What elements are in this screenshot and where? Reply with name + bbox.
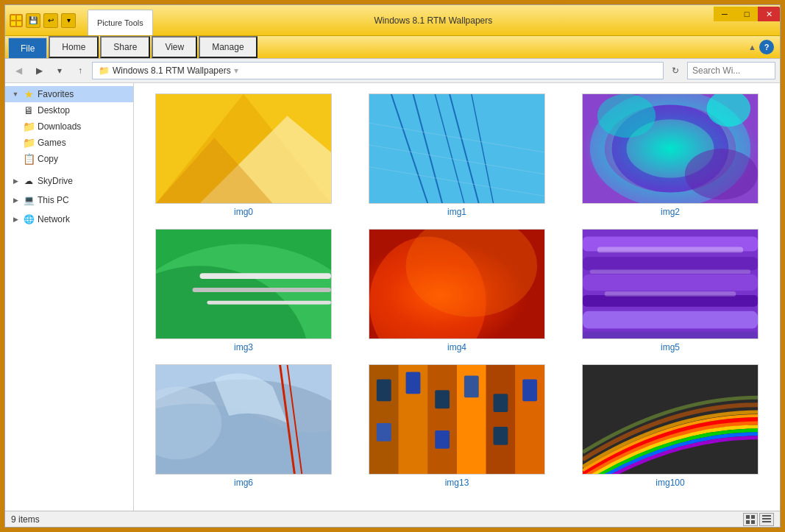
path-text: Windows 8.1 RTM Wallpapers — [113, 65, 231, 76]
network-icon: 🌐 — [23, 213, 35, 225]
maximize-button[interactable]: □ — [736, 7, 758, 21]
svg-rect-50 — [427, 365, 457, 475]
skydrive-label: SkyDrive — [38, 176, 73, 186]
file-thumb-img0 — [155, 93, 332, 204]
item-count: 9 items — [11, 514, 40, 525]
forward-button[interactable]: ▶ — [30, 63, 48, 79]
file-item-img13[interactable]: img13 — [358, 364, 556, 488]
svg-rect-70 — [762, 521, 771, 522]
sidebar-item-desktop[interactable]: 🖥 Desktop — [5, 102, 133, 118]
view-icons — [743, 513, 774, 526]
svg-rect-0 — [11, 15, 15, 20]
desktop-label: Desktop — [38, 105, 70, 116]
copy-label: Copy — [38, 154, 58, 164]
svg-rect-59 — [522, 379, 537, 401]
window-controls: ─ □ ✕ — [714, 5, 780, 35]
tab-file[interactable]: File — [8, 38, 47, 58]
search-box[interactable]: 🔍 — [687, 62, 775, 79]
svg-rect-67 — [751, 520, 755, 524]
svg-rect-69 — [762, 518, 771, 519]
sidebar-item-games[interactable]: 📁 Games — [5, 135, 133, 151]
skydrive-icon: ☁ — [23, 175, 35, 187]
tab-share[interactable]: Share — [100, 36, 150, 58]
address-path[interactable]: 📁 Windows 8.1 RTM Wallpapers ▾ — [92, 62, 664, 79]
file-thumb-img2 — [582, 93, 759, 204]
main-content: ▼ ★ Favorites 🖥 Desktop 📁 Downloads 📁 Ga… — [5, 83, 780, 511]
svg-rect-57 — [464, 376, 479, 398]
svg-rect-55 — [406, 372, 421, 394]
network-label: Network — [38, 214, 70, 224]
picture-tools-label: Picture Tools — [97, 18, 143, 27]
svg-rect-34 — [583, 257, 758, 270]
file-label-img3: img3 — [234, 342, 253, 352]
file-item-img6[interactable]: img6 — [144, 364, 343, 488]
file-item-img2[interactable]: img2 — [571, 93, 770, 217]
file-area: img0 — [134, 83, 780, 511]
file-item-img3[interactable]: img3 — [144, 229, 343, 352]
close-button[interactable]: ✕ — [758, 7, 780, 21]
sidebar-item-copy[interactable]: 📋 Copy — [5, 151, 133, 167]
file-label-img6: img6 — [234, 478, 253, 488]
large-icons-view-button[interactable] — [743, 513, 758, 526]
svg-rect-35 — [583, 274, 758, 291]
sidebar: ▼ ★ Favorites 🖥 Desktop 📁 Downloads 📁 Ga… — [5, 83, 134, 511]
file-item-img100[interactable]: img100 — [571, 364, 770, 488]
tab-manage[interactable]: Manage — [199, 36, 257, 58]
picture-tools-tab[interactable]: Picture Tools — [88, 10, 153, 35]
details-view-button[interactable] — [759, 513, 774, 526]
up-button[interactable]: ↑ — [71, 63, 89, 79]
address-bar: ◀ ▶ ▾ ↑ 📁 Windows 8.1 RTM Wallpapers ▾ ↻… — [5, 59, 780, 83]
file-item-img0[interactable]: img0 — [144, 93, 343, 217]
file-item-img1[interactable]: img1 — [358, 93, 556, 217]
tab-home[interactable]: Home — [49, 36, 99, 58]
file-thumb-img5 — [582, 229, 759, 339]
file-thumb-img3 — [155, 229, 332, 339]
help-button[interactable]: ? — [759, 40, 774, 54]
file-item-img4[interactable]: img4 — [358, 229, 556, 352]
sidebar-item-thispc[interactable]: ▶ 💻 This PC — [5, 192, 133, 208]
file-label-img13: img13 — [445, 478, 469, 488]
quick-access-dropdown[interactable]: ▾ — [61, 13, 76, 28]
svg-rect-68 — [762, 515, 771, 517]
file-grid: img0 — [141, 91, 772, 491]
refresh-button[interactable]: ↻ — [667, 63, 684, 79]
ribbon: File Home Share View Manage ▲ ? — [5, 36, 780, 59]
svg-point-21 — [685, 149, 758, 199]
back-button[interactable]: ◀ — [10, 63, 27, 79]
file-thumb-img13 — [369, 364, 545, 475]
quick-access-undo[interactable]: ↩ — [43, 13, 58, 28]
svg-rect-60 — [377, 423, 391, 441]
svg-rect-54 — [377, 379, 391, 401]
svg-rect-39 — [597, 247, 743, 252]
quick-access-save[interactable]: 💾 — [26, 13, 40, 28]
svg-rect-61 — [435, 430, 450, 449]
title-bar: 💾 ↩ ▾ Picture Tools Windows 8.1 RTM Wall… — [5, 5, 780, 36]
ribbon-collapse-btn[interactable]: ▲ — [748, 43, 756, 52]
games-label: Games — [38, 138, 66, 148]
window-title: Windows 8.1 RTM Wallpapers — [153, 5, 714, 35]
svg-rect-27 — [193, 288, 331, 292]
sidebar-item-skydrive[interactable]: ▶ ☁ SkyDrive — [5, 173, 133, 189]
games-icon: 📁 — [23, 137, 35, 149]
svg-rect-1 — [17, 15, 21, 20]
file-item-img5[interactable]: img5 — [571, 229, 770, 352]
svg-rect-66 — [746, 520, 750, 524]
network-expand-icon: ▶ — [11, 215, 20, 224]
svg-rect-38 — [583, 331, 758, 339]
file-label-img0: img0 — [234, 207, 253, 217]
thispc-icon: 💻 — [23, 194, 35, 206]
recent-locations-button[interactable]: ▾ — [51, 63, 68, 79]
tab-view[interactable]: View — [152, 36, 197, 58]
svg-rect-36 — [583, 295, 758, 307]
desktop-icon: 🖥 — [23, 104, 35, 116]
svg-rect-62 — [494, 427, 508, 445]
app-icon — [10, 14, 23, 27]
sidebar-item-downloads[interactable]: 📁 Downloads — [5, 118, 133, 135]
sidebar-item-network[interactable]: ▶ 🌐 Network — [5, 211, 133, 227]
address-dropdown-icon[interactable]: ▾ — [234, 65, 238, 76]
minimize-button[interactable]: ─ — [714, 7, 736, 21]
search-input[interactable] — [688, 65, 785, 76]
file-label-img5: img5 — [661, 342, 680, 352]
sidebar-item-favorites[interactable]: ▼ ★ Favorites — [5, 86, 133, 102]
file-thumb-img6 — [155, 364, 332, 475]
